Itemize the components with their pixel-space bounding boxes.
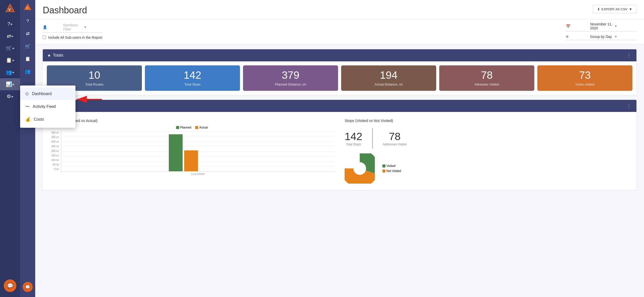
menu-item-costs[interactable]: 💰 Costs: [20, 113, 75, 126]
filter-right: 📅 November 11, 2020 ▼ ≡ Group by Day ▼: [566, 22, 636, 40]
sidebar-item-help[interactable]: ? ▶: [0, 18, 20, 30]
filters-row: 👤 Members Filter ▼ Include All Sub-users…: [35, 20, 644, 44]
pie-chart: [345, 153, 375, 184]
menu-item-dashboard-label: Dashboard: [32, 92, 52, 96]
group-by-filter[interactable]: ≡ Group by Day ▼: [566, 34, 636, 40]
addresses-visited-stat: 78 Addresses Visited: [383, 131, 407, 146]
actual-dist-label: Actual Distance, mi: [344, 82, 433, 86]
include-subusers-label: Include All Sub-users in the Report: [48, 35, 102, 39]
dashboard-icon: ⊙: [25, 91, 29, 97]
distance-chart-title: Distance (Planned vs Actual): [49, 118, 335, 123]
pie-legend: Visited Not Visited: [382, 164, 401, 173]
main-content: Dashboard ⬇ EXPORT AS CSV ▼ 👤 Members Fi…: [35, 0, 644, 297]
svg-point-9: [353, 162, 366, 175]
cart-icon: 🛒: [6, 45, 12, 51]
y-label-150: 150 mi: [49, 154, 59, 157]
not-visited-legend-label: Not Visited: [386, 169, 401, 173]
total-stops-stat: 142 Total Stops: [345, 131, 362, 146]
legend-visited: Visited: [382, 164, 401, 168]
addresses-label: Adresses Visited: [442, 82, 531, 86]
sidebar-narrow: V ? ▶ ⇄ ▶ 🛒 ▶ 📋 ▶ 👥 ▶ 📊 ▶ ⚙ ▶ 💬: [0, 0, 20, 297]
dispatch-icon: 📋: [6, 57, 12, 63]
total-routes-value: 10: [50, 70, 139, 80]
chat-button-2[interactable]: 💬: [23, 282, 33, 292]
actual-legend-dot: [195, 126, 198, 129]
chat-icon: 💬: [7, 283, 13, 289]
menu-item-activity-feed-label: Activity Feed: [33, 104, 56, 109]
graphs-more-button[interactable]: ⋮: [626, 103, 632, 109]
bar-planned: [169, 134, 183, 171]
chevron-icon: ▶: [13, 59, 15, 62]
stops-chart-container: Stops (Visited vs Not Visited) 142 Total…: [342, 116, 632, 186]
export-csv-button[interactable]: ⬇ EXPORT AS CSV ▼: [593, 5, 636, 13]
addresses-value: 78: [442, 70, 531, 80]
totals-section: ★ Totals ⋮ 10 Total Routes 142 Total Sto…: [43, 49, 636, 95]
planned-dist-label: Planned Distance, mi: [246, 82, 335, 86]
sidebar-item-analytics[interactable]: 📊 ▶: [0, 78, 20, 90]
page-title: Dashboard: [43, 5, 87, 16]
y-label-350: 350 mi: [49, 136, 59, 139]
include-subusers-checkbox[interactable]: [43, 36, 46, 39]
dropdown-arrow-icon: ▼: [84, 25, 102, 29]
sidebar-item-routes[interactable]: ⇄ ▶: [0, 30, 20, 42]
date-filter[interactable]: 📅 November 11, 2020 ▼: [566, 22, 636, 31]
chat-icon-2: 💬: [25, 285, 30, 289]
y-label-250: 250 mi: [49, 145, 59, 148]
stops-chart-title: Stops (Visited vs Not Visited): [345, 118, 630, 123]
sec-nav-team[interactable]: 👥: [20, 65, 35, 78]
notes-value: 73: [540, 70, 629, 80]
actual-legend-label: Actual: [199, 126, 208, 129]
activity-feed-icon: 〜: [25, 104, 30, 110]
planned-legend-dot: [176, 126, 179, 129]
menu-item-dashboard[interactable]: ⊙ Dashboard: [20, 88, 75, 100]
sidebar-item-team[interactable]: 👥 ▶: [0, 66, 20, 78]
menu-item-activity-feed[interactable]: 〜 Activity Feed: [20, 100, 75, 113]
sec-nav-routes[interactable]: ⇄: [20, 27, 35, 40]
flyout-menu: ⊙ Dashboard 〜 Activity Feed 💰 Costs: [20, 86, 75, 128]
sec-help-icon: ?: [26, 19, 29, 24]
sidebar-item-cart[interactable]: 🛒 ▶: [0, 42, 20, 54]
dropdown-arrow-icon: ▼: [629, 7, 632, 11]
totals-more-button[interactable]: ⋮: [626, 52, 632, 58]
legend-planned: Planned: [176, 126, 191, 129]
pie-divider: [372, 128, 373, 148]
routes-icon: ⇄: [7, 33, 11, 39]
sec-nav-dispatch[interactable]: 📋: [20, 53, 35, 65]
sec-team-icon: 👥: [25, 69, 30, 74]
download-icon: ⬇: [597, 7, 600, 11]
team-icon: 👥: [6, 69, 12, 75]
sec-nav-help[interactable]: ?: [20, 15, 35, 27]
total-card-addresses: 78 Adresses Visited: [439, 65, 534, 91]
bar-actual: [184, 150, 198, 171]
logo2: V: [23, 3, 32, 13]
addresses-visited-stat-label: Addresses Visited: [383, 143, 407, 146]
distance-chart-container: Distance (Planned vs Actual) Planned Act…: [47, 116, 337, 186]
y-label-0: 0 mi: [49, 168, 59, 171]
graphs-section: 📊 Graphs ⋮ Distance (Planned vs Actual) …: [43, 100, 636, 190]
visited-legend-dot: [382, 164, 385, 167]
calendar-icon: 📅: [566, 24, 588, 28]
members-filter[interactable]: 👤 Members Filter ▼: [43, 23, 102, 32]
stops-info: 142 Total Stops 78 Addresses Visited: [345, 126, 630, 151]
actual-dist-value: 194: [344, 70, 433, 80]
planned-dist-value: 379: [246, 70, 335, 80]
legend-actual: Actual: [195, 126, 208, 129]
help-icon: ?: [7, 21, 10, 27]
not-visited-legend-dot: [382, 169, 385, 173]
star-icon: ★: [47, 53, 51, 58]
main-header: Dashboard ⬇ EXPORT AS CSV ▼: [35, 0, 644, 20]
sec-routes-icon: ⇄: [26, 31, 30, 36]
planned-legend-label: Planned: [180, 126, 191, 129]
distance-chart-legend: Planned Actual: [49, 126, 335, 129]
sidebar-item-settings[interactable]: ⚙ ▶: [0, 90, 20, 102]
dashboard-body: ★ Totals ⋮ 10 Total Routes 142 Total Sto…: [35, 44, 644, 200]
chat-button[interactable]: 💬: [4, 279, 16, 292]
chevron-icon: ▶: [12, 95, 14, 98]
sidebar-secondary: V ? ⇄ 🛒 📋 👥 💬: [20, 0, 35, 297]
svg-text:V: V: [8, 8, 11, 12]
sec-nav-cart[interactable]: 🛒: [20, 40, 35, 53]
totals-grid: 10 Total Routes 142 Total Stops 379 Plan…: [43, 61, 636, 95]
chevron-icon: ▶: [13, 83, 15, 86]
total-card-actual-dist: 194 Actual Distance, mi: [341, 65, 436, 91]
sidebar-item-dispatch[interactable]: 📋 ▶: [0, 54, 20, 66]
